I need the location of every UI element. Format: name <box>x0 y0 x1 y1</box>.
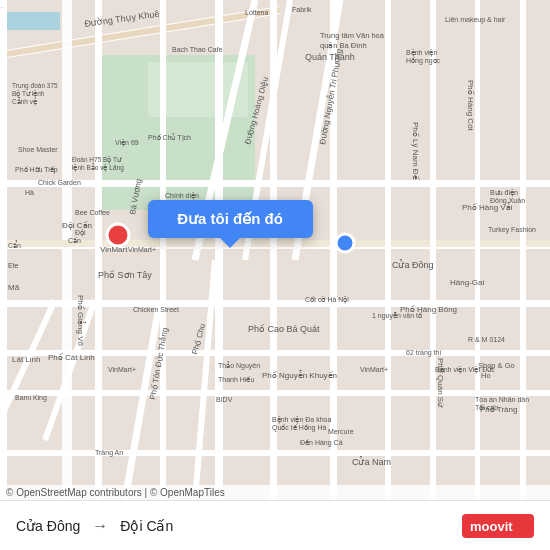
svg-text:~: ~ <box>0 4 4 11</box>
svg-text:Tối cao: Tối cao <box>475 404 498 411</box>
svg-text:Mã: Mã <box>8 283 20 292</box>
destination-label: Đội Cấn <box>120 518 173 534</box>
svg-text:Hồng ngọc: Hồng ngọc <box>406 57 441 65</box>
svg-text:Phố Sơn Tây: Phố Sơn Tây <box>98 270 152 280</box>
svg-text:Chick Garden: Chick Garden <box>38 179 81 186</box>
svg-text:Bệnh viện: Bệnh viện <box>406 49 437 57</box>
svg-text:VinMart+: VinMart+ <box>128 246 156 253</box>
svg-text:Phố Cao Bá Quát: Phố Cao Bá Quát <box>248 324 320 334</box>
svg-rect-14 <box>0 0 7 500</box>
svg-text:Phố Lý Nam Đế: Phố Lý Nam Đế <box>411 122 420 180</box>
svg-text:Cấn: Cấn <box>68 237 81 244</box>
svg-text:Bưu điện: Bưu điện <box>490 189 518 197</box>
bottom-bar: Cửa Đông → Đội Cấn moovit <box>0 500 550 550</box>
svg-text:BIDV: BIDV <box>216 396 233 403</box>
svg-text:moovit: moovit <box>470 519 513 534</box>
svg-text:Đưa tôi đến đó: Đưa tôi đến đó <box>177 210 283 227</box>
svg-text:1 nguyễn văn tố: 1 nguyễn văn tố <box>372 312 423 320</box>
map-container: Đường Thụy Khuê Quán Thánh Phố Hàng Cót … <box>0 0 550 500</box>
svg-text:Tòa án Nhân dân: Tòa án Nhân dân <box>475 396 529 403</box>
svg-text:Ete: Ete <box>8 262 19 269</box>
moovit-logo: moovit <box>462 514 534 538</box>
svg-point-102 <box>107 224 129 246</box>
svg-text:Phố Chủ Tịch: Phố Chủ Tịch <box>148 133 191 142</box>
svg-text:Cửa Nam: Cửa Nam <box>352 456 391 467</box>
svg-text:Bệnh viện Đa khoa: Bệnh viện Đa khoa <box>272 416 331 424</box>
svg-text:Mercure: Mercure <box>328 428 354 435</box>
map-svg: Đường Thụy Khuê Quán Thánh Phố Hàng Cót … <box>0 0 550 500</box>
attribution-text: © OpenStreetMap contributors | © OpenMap… <box>6 487 225 498</box>
svg-text:quận Ba Đình: quận Ba Đình <box>320 41 367 50</box>
svg-text:Phố Cát Linh: Phố Cát Linh <box>48 353 95 362</box>
svg-text:Bộ Tư lệnh: Bộ Tư lệnh <box>12 90 45 98</box>
svg-text:Thảo Nguyên: Thảo Nguyên <box>218 361 260 370</box>
svg-text:Thanh Hiếu: Thanh Hiếu <box>218 376 254 383</box>
svg-text:Bệnh viện Việt Đức: Bệnh viện Việt Đức <box>435 366 495 374</box>
svg-text:Đoàn H75 Bộ Tư: Đoàn H75 Bộ Tư <box>72 156 122 164</box>
svg-text:Quốc tế Hồng Hà: Quốc tế Hồng Hà <box>272 424 327 432</box>
svg-text:Turkey Fashion: Turkey Fashion <box>488 226 536 234</box>
svg-text:R & M 0124: R & M 0124 <box>468 336 505 343</box>
svg-text:lệnh Bảo vệ Lăng: lệnh Bảo vệ Lăng <box>72 163 124 172</box>
svg-text:Đội: Đội <box>75 229 86 237</box>
svg-text:Bach Thao Cafe: Bach Thao Cafe <box>172 46 223 53</box>
svg-text:Phố Hữu Tiếp: Phố Hữu Tiếp <box>15 166 58 174</box>
svg-rect-20 <box>385 0 391 500</box>
svg-text:Đội Cấn: Đội Cấn <box>62 221 92 230</box>
svg-text:VinMart: VinMart <box>100 245 128 254</box>
svg-text:Phố Giảng Võ: Phố Giảng Võ <box>76 295 86 346</box>
svg-rect-21 <box>430 0 436 500</box>
svg-text:Fabrik: Fabrik <box>292 6 312 13</box>
svg-rect-17 <box>215 0 223 500</box>
svg-text:Tràng An: Tràng An <box>95 449 123 457</box>
svg-rect-3 <box>0 12 60 30</box>
svg-text:Trung tâm Văn hoá: Trung tâm Văn hoá <box>320 31 385 40</box>
svg-point-101 <box>336 234 354 252</box>
svg-text:VinMart+: VinMart+ <box>108 366 136 373</box>
svg-rect-6 <box>62 0 72 500</box>
svg-text:Shoe Master: Shoe Master <box>18 146 58 153</box>
moovit-logo-svg: moovit <box>462 514 534 538</box>
svg-text:Viện 69: Viện 69 <box>115 139 139 147</box>
svg-text:Cảnh vệ: Cảnh vệ <box>12 97 37 106</box>
svg-text:62 tràng thi: 62 tràng thi <box>406 349 441 357</box>
svg-text:Liên makeup & hair: Liên makeup & hair <box>445 16 506 24</box>
svg-text:Trung đoàn 375: Trung đoàn 375 <box>12 82 58 90</box>
svg-text:Lottena: Lottena <box>245 9 268 16</box>
svg-text:Cửa Đông: Cửa Đông <box>392 259 434 270</box>
svg-text:Phố Nguyễn Khuyến: Phố Nguyễn Khuyến <box>262 370 337 380</box>
svg-text:Cẩn: Cẩn <box>8 240 21 249</box>
svg-text:VinMart+: VinMart+ <box>360 366 388 373</box>
svg-rect-23 <box>520 0 526 500</box>
direction-arrow-icon: → <box>92 517 108 535</box>
svg-text:Bami King: Bami King <box>15 394 47 402</box>
svg-text:Phố Hàng Cót: Phố Hàng Cót <box>466 80 475 132</box>
origin-label: Cửa Đông <box>16 518 80 534</box>
svg-text:Bee Coffee: Bee Coffee <box>75 209 110 216</box>
svg-text:Hàng-Gai: Hàng-Gai <box>450 278 484 287</box>
map-attribution: © OpenStreetMap contributors | © OpenMap… <box>0 485 550 500</box>
svg-text:Quán Thánh: Quán Thánh <box>305 52 355 62</box>
svg-text:Cốt cờ Hà Nội: Cốt cờ Hà Nội <box>305 296 349 304</box>
svg-text:Lát Linh: Lát Linh <box>12 355 40 364</box>
svg-rect-16 <box>160 0 166 500</box>
svg-text:Đền Hàng Cá: Đền Hàng Cá <box>300 439 343 447</box>
svg-text:Đông Xuân: Đông Xuân <box>490 197 525 205</box>
svg-rect-22 <box>475 0 480 500</box>
svg-text:Chicken Street: Chicken Street <box>133 306 179 313</box>
svg-text:Chính diện: Chính diện <box>165 192 199 200</box>
svg-text:Hà: Hà <box>25 189 34 196</box>
